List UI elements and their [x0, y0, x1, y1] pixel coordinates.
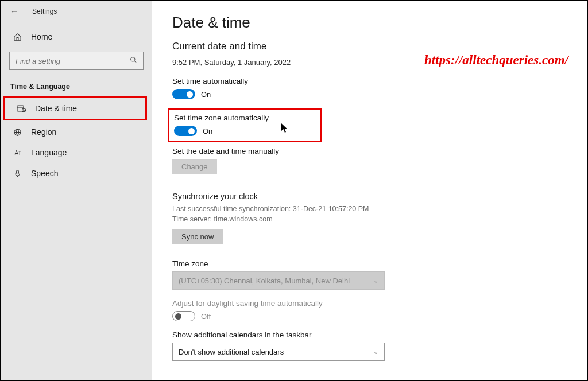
sync-now-button[interactable]: Sync now: [172, 229, 223, 244]
sidebar: ← Settings Home Time & Language: [1, 1, 152, 380]
toggle-state: On: [201, 90, 211, 99]
label-dst-auto: Adjust for daylight saving time automati…: [172, 299, 566, 308]
change-button: Change: [172, 159, 217, 174]
highlight-box-main: Set time zone automatically On: [168, 108, 322, 142]
date-time-icon: [17, 104, 26, 113]
sidebar-item-label: Region: [31, 127, 56, 137]
sidebar-item-home[interactable]: Home: [1, 28, 152, 46]
select-value: (UTC+05:30) Chennai, Kolkata, Mumbai, Ne…: [179, 277, 350, 285]
select-timezone: (UTC+05:30) Chennai, Kolkata, Mumbai, Ne…: [172, 271, 385, 290]
page-title: Date & time: [172, 14, 566, 32]
svg-line-1: [134, 61, 136, 63]
label-set-time-auto: Set time automatically: [172, 77, 566, 85]
highlight-box-sidebar: Date & time: [3, 96, 147, 120]
sidebar-item-label: Speech: [31, 169, 58, 178]
label-timezone: Time zone: [172, 259, 566, 268]
language-icon: [13, 148, 22, 157]
sidebar-category: Time & Language: [1, 72, 152, 95]
sync-last-success: Last successful time synchronization: 31…: [172, 205, 369, 213]
main-content: https://alltechqueries.com/ Date & time …: [152, 1, 587, 380]
toggle-state: Off: [201, 312, 211, 321]
select-additional-calendars[interactable]: Don't show additional calendars ⌄: [172, 343, 385, 361]
sync-server: Time server: time.windows.com: [172, 215, 273, 223]
window-header: ← Settings: [1, 1, 152, 21]
search-icon: [130, 56, 137, 65]
svg-rect-8: [16, 170, 18, 174]
label-set-tz-auto: Set time zone automatically: [174, 114, 315, 122]
back-icon[interactable]: ←: [7, 6, 22, 17]
section-current-datetime: Current date and time: [172, 41, 566, 52]
select-value: Don't show additional calendars: [179, 348, 284, 356]
toggle-state: On: [203, 127, 212, 135]
sidebar-item-speech[interactable]: Speech: [1, 163, 152, 184]
home-icon: [13, 32, 22, 41]
sidebar-item-label: Home: [31, 32, 52, 41]
toggle-set-tz-auto[interactable]: [174, 126, 197, 136]
sidebar-item-region[interactable]: Region: [1, 122, 152, 142]
sidebar-item-date-time[interactable]: Date & time: [5, 98, 145, 119]
sync-info: Last successful time synchronization: 31…: [172, 204, 566, 224]
search-input[interactable]: [16, 57, 130, 65]
sidebar-item-label: Date & time: [35, 104, 77, 113]
label-additional-calendars: Show additional calendars in the taskbar: [172, 331, 566, 339]
svg-point-0: [131, 57, 135, 61]
label-set-manual: Set the date and time manually: [172, 147, 566, 155]
microphone-icon: [13, 169, 22, 178]
chevron-down-icon: ⌄: [373, 348, 378, 356]
toggle-set-time-auto[interactable]: [172, 89, 195, 99]
globe-icon: [13, 127, 22, 137]
toggle-dst-auto: [172, 311, 195, 321]
window-title: Settings: [32, 7, 57, 15]
svg-rect-2: [17, 106, 24, 111]
search-input-container[interactable]: [9, 52, 144, 70]
sidebar-item-language[interactable]: Language: [1, 142, 152, 163]
chevron-down-icon: ⌄: [373, 277, 378, 285]
section-sync-clock: Synchronize your clock: [172, 192, 566, 201]
watermark-url: https://alltechqueries.com/: [424, 53, 568, 68]
sidebar-item-label: Language: [31, 148, 67, 157]
